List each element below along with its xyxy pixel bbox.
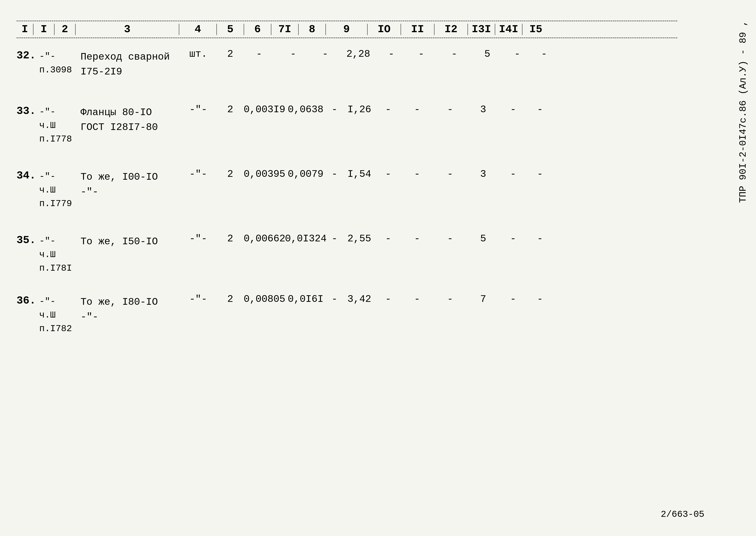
cell-qty: 2 <box>217 294 244 305</box>
cell-6: - <box>244 49 275 60</box>
row-code: -"- ч.Ш п.I782 <box>39 294 81 335</box>
cell-14: - <box>531 49 558 60</box>
cell-6: 0,00805 <box>244 294 285 305</box>
header-col-10: 9 <box>326 23 367 36</box>
table-row: 33. -"- ч.Ш п.I778 Фланцы 80-IO ГОСТ I28… <box>17 96 677 160</box>
row-data: -"- 2 0,00662 0,0I324 - 2,55 - - - 5 - - <box>180 233 677 244</box>
row-number: 32. <box>17 49 39 62</box>
cell-12: 7 <box>467 294 500 305</box>
header-col-1: I <box>17 23 33 36</box>
row-description: Фланцы 80-IO ГОСТ I28I7-80 <box>81 104 180 135</box>
cell-11: - <box>434 233 467 244</box>
cell-14: - <box>526 169 554 180</box>
cell-qty: 2 <box>217 49 244 60</box>
cell-6b: 0,0I324 <box>285 233 326 244</box>
cell-7: - <box>326 294 343 305</box>
row-number: 34. <box>17 169 39 182</box>
header-col-5: 4 <box>179 23 216 36</box>
row-code: -"- ч.Ш п.I778 <box>39 104 81 146</box>
table-row: 36. -"- ч.Ш п.I782 То же, I80-IO -"- -"-… <box>17 285 677 346</box>
row-number: 35. <box>17 233 39 246</box>
row-data: шт. 2 - - - 2,28 - - - 5 - - <box>180 49 677 60</box>
cell-13: - <box>500 169 526 180</box>
cell-6b: - <box>275 49 312 60</box>
cell-8: 2,28 <box>339 49 378 60</box>
cell-9: - <box>376 104 401 115</box>
cell-7: - <box>326 169 343 180</box>
row-code: -"- п.3098 <box>39 49 81 77</box>
cell-9: - <box>376 169 401 180</box>
cell-11: - <box>434 294 467 305</box>
cell-9: - <box>376 294 401 305</box>
row-description: То же, I00-IO -"- <box>81 169 180 199</box>
cell-12: 3 <box>467 104 500 115</box>
cell-6: 0,00395 <box>244 169 285 180</box>
cell-9: - <box>378 49 405 60</box>
cell-11: - <box>438 49 471 60</box>
row-number: 33. <box>17 104 39 117</box>
cell-6b: 0,0I6I <box>285 294 326 305</box>
cell-12: 5 <box>467 233 500 244</box>
cell-qty: 2 <box>217 104 244 115</box>
header-col-13: I2 <box>435 23 468 36</box>
header-col-9: 8 <box>299 23 325 36</box>
cell-7: - <box>326 233 343 244</box>
cell-unit: -"- <box>180 169 217 180</box>
header-col-6: 5 <box>217 23 244 36</box>
cell-8: I,54 <box>343 169 376 180</box>
cell-6: 0,00662 <box>244 233 285 244</box>
cell-8: I,26 <box>343 104 376 115</box>
cell-13: - <box>500 294 526 305</box>
table-row: 34. -"- ч.Ш п.I779 То же, I00-IO -"- -"-… <box>17 160 677 225</box>
row-code: -"- ч.Ш п.I78I <box>39 233 81 275</box>
cell-6b: 0,0638 <box>285 104 326 115</box>
sidebar-label: ТПР 90I-2-0I47с.86 (Ал.У) - 89 , <box>737 21 750 203</box>
header-col-15: I4I <box>495 23 522 36</box>
header-col-7: 6 <box>244 23 271 36</box>
header-col-3: 2 <box>54 23 75 36</box>
header-col-8: 7I <box>271 23 298 36</box>
row-data: -"- 2 0,00395 0,0079 - I,54 - - - 3 - - <box>180 169 677 180</box>
header-col-14: I3I <box>468 23 495 36</box>
cell-14: - <box>526 233 554 244</box>
cell-6b: 0,0079 <box>285 169 326 180</box>
header-col-11: IO <box>368 23 401 36</box>
cell-qty: 2 <box>217 233 244 244</box>
table-header: I I 2 3 4 5 6 7I 8 9 IO II I2 I <box>17 21 677 38</box>
cell-10: - <box>405 49 438 60</box>
header-col-4: 3 <box>76 23 179 36</box>
row-data: -"- 2 0,003I9 0,0638 - I,26 - - - 3 - - <box>180 104 677 115</box>
cell-7: - <box>312 49 339 60</box>
cell-8: 3,42 <box>343 294 376 305</box>
cell-9: - <box>376 233 401 244</box>
cell-12: 5 <box>471 49 504 60</box>
cell-14: - <box>526 104 554 115</box>
table-row: 35. -"- ч.Ш п.I78I То же, I50-IO -"- 2 0… <box>17 225 677 285</box>
footer-text: 2/663-05 <box>661 509 704 519</box>
cell-7: - <box>326 104 343 115</box>
cell-8: 2,55 <box>343 233 376 244</box>
cell-10: - <box>401 294 434 305</box>
cell-unit: -"- <box>180 233 217 244</box>
cell-6: 0,003I9 <box>244 104 285 115</box>
cell-10: - <box>401 169 434 180</box>
cell-13: - <box>500 233 526 244</box>
cell-10: - <box>401 233 434 244</box>
cell-unit: -"- <box>180 294 217 305</box>
row-description: То же, I50-IO <box>81 233 180 249</box>
row-code: -"- ч.Ш п.I779 <box>39 169 81 211</box>
cell-unit: -"- <box>180 104 217 115</box>
row-number: 36. <box>17 294 39 307</box>
cell-qty: 2 <box>217 169 244 180</box>
cell-14: - <box>526 294 554 305</box>
cell-10: - <box>401 104 434 115</box>
cell-13: - <box>504 49 531 60</box>
table-row: 32. -"- п.3098 Переход сварной I75-2I9 ш… <box>17 38 677 96</box>
row-data: -"- 2 0,00805 0,0I6I - 3,42 - - - 7 - - <box>180 294 677 305</box>
cell-12: 3 <box>467 169 500 180</box>
row-description: То же, I80-IO -"- <box>81 294 180 324</box>
cell-11: - <box>434 104 467 115</box>
cell-unit: шт. <box>180 49 217 60</box>
header-col-12: II <box>401 23 434 36</box>
row-description: Переход сварной I75-2I9 <box>81 49 180 79</box>
